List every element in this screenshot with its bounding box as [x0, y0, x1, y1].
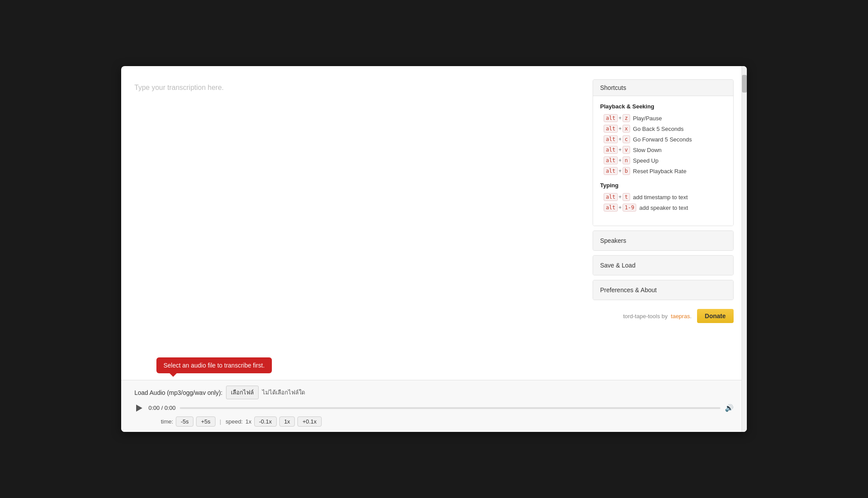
speed-up-button[interactable]: +0.1x [297, 416, 321, 427]
playback-section-title: Playback & Seeking [600, 103, 726, 110]
donate-button[interactable]: Donate [697, 309, 734, 323]
speed-label: speed: [226, 418, 243, 425]
speakers-panel: Speakers [593, 230, 734, 251]
shortcut-go-back: alt + x Go Back 5 Seconds [604, 125, 726, 133]
shortcuts-panel-content: Playback & Seeking alt + z Play/Pause [593, 96, 733, 226]
typing-section-title: Typing [600, 182, 726, 189]
shortcut-add-speaker: alt + 1-9 add speaker to text [604, 204, 726, 212]
transcription-area [134, 79, 579, 371]
save-load-panel-header[interactable]: Save & Load [593, 256, 733, 275]
tooltip-text: Select an audio file to transcribe first… [163, 362, 265, 369]
typing-shortcuts-list: alt + t add timestamp to text alt + 1-9 [604, 193, 726, 212]
taepras-link[interactable]: taepras [671, 313, 690, 320]
preferences-panel-header[interactable]: Preferences & About [593, 280, 733, 300]
speed-reset-button[interactable]: 1x [279, 416, 295, 427]
shortcut-speed-up: alt + n Speed Up [604, 156, 726, 164]
attribution: tord-tape-tools by taepras. Donate [593, 305, 734, 325]
bottom-bar: Select an audio file to transcribe first… [121, 380, 747, 432]
main-content: Shortcuts Playback & Seeking alt + z Pla… [121, 66, 747, 380]
time-display: 0:00 / 0:00 [148, 405, 175, 411]
shortcut-play-pause: alt + z Play/Pause [604, 114, 726, 122]
save-load-panel: Save & Load [593, 255, 734, 275]
load-audio-row: Load Audio (mp3/ogg/wav only): เลือกไฟล์… [134, 386, 734, 399]
playback-shortcuts-list: alt + z Play/Pause alt + x [604, 114, 726, 175]
preferences-panel: Preferences & About [593, 280, 734, 300]
play-button[interactable] [134, 405, 144, 412]
tooltip-bubble: Select an audio file to transcribe first… [156, 357, 272, 373]
scrollbar[interactable] [742, 66, 747, 432]
sidebar: Shortcuts Playback & Seeking alt + z Pla… [593, 79, 734, 371]
speed-down-button[interactable]: -0.1x [254, 416, 277, 427]
shortcut-go-forward: alt + c Go Forward 5 Seconds [604, 135, 726, 143]
speed-current-label: 1x [245, 418, 252, 425]
shortcut-add-timestamp: alt + t add timestamp to text [604, 193, 726, 201]
progress-bar[interactable] [180, 407, 720, 409]
load-audio-label: Load Audio (mp3/ogg/wav only): [134, 389, 223, 396]
no-file-text: ไม่ได้เลือกไฟล์ใด [262, 388, 305, 397]
audio-player-row: 0:00 / 0:00 🔊 [134, 404, 734, 412]
transcription-textarea[interactable] [134, 79, 579, 371]
shortcuts-panel-header[interactable]: Shortcuts [593, 80, 733, 96]
volume-icon: 🔊 [725, 404, 734, 412]
forward-5s-button[interactable]: +5s [196, 416, 215, 427]
time-label: time: [161, 418, 173, 425]
back-5s-button[interactable]: -5s [176, 416, 193, 427]
app-window: Shortcuts Playback & Seeking alt + z Pla… [121, 66, 747, 432]
shortcut-slow-down: alt + v Slow Down [604, 146, 726, 154]
scrollbar-thumb [742, 75, 747, 93]
speakers-panel-header[interactable]: Speakers [593, 231, 733, 250]
shortcut-reset-rate: alt + b Reset Playback Rate [604, 167, 726, 175]
shortcuts-panel: Shortcuts Playback & Seeking alt + z Pla… [593, 79, 734, 226]
play-icon [136, 405, 142, 412]
attribution-text: tord-tape-tools by taepras. [623, 313, 691, 320]
separator: | [220, 418, 221, 425]
controls-row: time: -5s +5s | speed: 1x -0.1x 1x +0.1x [134, 416, 734, 427]
file-select-button[interactable]: เลือกไฟล์ [226, 386, 259, 399]
